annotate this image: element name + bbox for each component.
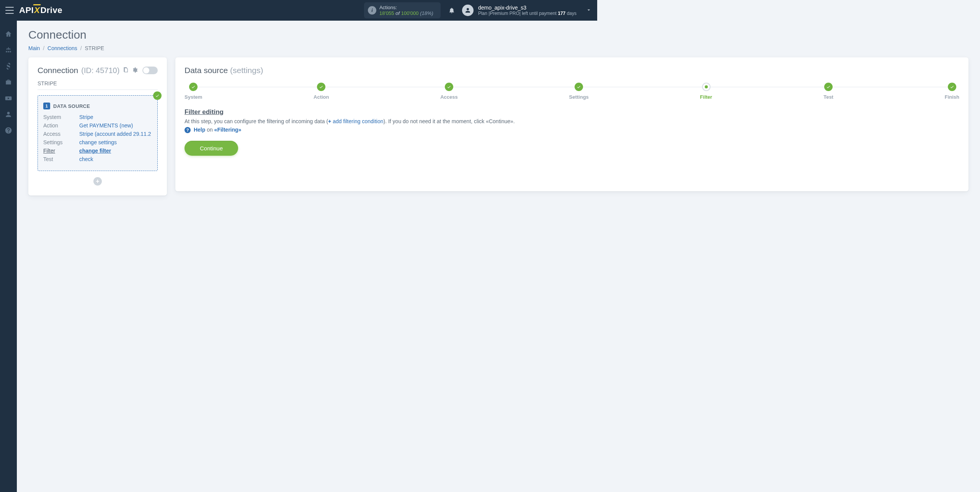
info-icon: i xyxy=(368,6,376,15)
row-label-filter: Filter xyxy=(43,148,75,154)
breadcrumb: Main / Connections / STRIPE xyxy=(28,45,597,51)
connection-title: Connection xyxy=(38,66,78,75)
copy-button[interactable] xyxy=(122,67,129,74)
row-value-settings: change settings xyxy=(79,139,152,145)
settings-button[interactable] xyxy=(132,67,138,74)
user-icon xyxy=(5,111,12,118)
plus-icon: + xyxy=(328,118,331,124)
actions-label: Actions: xyxy=(379,5,435,10)
help-topic: «Filtering» xyxy=(214,127,242,133)
question-icon xyxy=(5,127,12,134)
wizard-stepper: SystemActionAccessSettingsFilterTestFini… xyxy=(185,83,597,100)
connection-id: (ID: 45710) xyxy=(81,66,119,75)
actions-value: 18'055 of 100'000 (18%) xyxy=(379,10,435,16)
home-icon xyxy=(5,30,12,38)
row-value-filter: change filter xyxy=(79,148,152,154)
row-label-action: Action xyxy=(43,122,75,129)
notifications-button[interactable] xyxy=(444,3,459,18)
youtube-icon xyxy=(5,94,12,102)
gear-icon xyxy=(132,67,138,73)
step-label: System xyxy=(185,94,202,100)
nav-help[interactable] xyxy=(0,122,17,138)
row-value-system: Stripe xyxy=(79,114,152,120)
step-access[interactable]: Access xyxy=(440,83,458,100)
section-title: Filter editing xyxy=(185,108,597,116)
row-label-test: Test xyxy=(43,156,75,162)
connection-system: STRIPE xyxy=(38,80,158,90)
add-destination-button[interactable]: + xyxy=(93,177,102,186)
logo[interactable]: APIXDrive xyxy=(19,5,62,15)
bell-icon xyxy=(448,7,455,14)
left-nav xyxy=(0,21,17,300)
breadcrumb-connections[interactable]: Connections xyxy=(47,45,77,51)
plan-info: Plan |Premium PRO| left until payment 17… xyxy=(478,11,577,16)
add-filtering-condition-link[interactable]: add filtering condition xyxy=(333,118,383,124)
connection-summary-card: Connection (ID: 45710) STRIPE 1 DATA SOU… xyxy=(28,57,167,195)
data-source-settings-card: Data source (settings) SystemActionAcces… xyxy=(175,57,597,191)
account-menu[interactable]: demo_apix-drive_s3 Plan |Premium PRO| le… xyxy=(462,5,592,16)
breadcrumb-current: STRIPE xyxy=(85,45,105,51)
row-value-action: Get PAYMENTS (new) xyxy=(79,122,152,129)
sitemap-icon xyxy=(5,46,12,54)
help-line: ? Help on «Filtering» xyxy=(185,127,597,133)
row-label-settings: Settings xyxy=(43,139,75,145)
page-title: Connection xyxy=(28,28,597,41)
nav-connections[interactable] xyxy=(0,42,17,58)
topbar: APIXDrive i Actions: 18'055 of 100'000 (… xyxy=(0,0,597,21)
continue-button[interactable]: Continue xyxy=(185,141,238,156)
row-value-test: check xyxy=(79,156,152,162)
data-source-box: 1 DATA SOURCE System Stripe Action Get P… xyxy=(38,95,158,171)
section-description: At this step, you can configure the filt… xyxy=(185,118,597,124)
step-label: Settings xyxy=(569,94,589,100)
step-label: Action xyxy=(314,94,329,100)
check-icon xyxy=(445,83,453,91)
nav-home[interactable] xyxy=(0,26,17,42)
card-title: Data source (settings) xyxy=(185,66,597,75)
nav-profile[interactable] xyxy=(0,106,17,122)
row-label-system: System xyxy=(43,114,75,120)
nav-billing[interactable] xyxy=(0,58,17,74)
step-action[interactable]: Action xyxy=(314,83,329,100)
step-system[interactable]: System xyxy=(185,83,202,100)
status-complete-badge xyxy=(153,91,162,100)
nav-tools[interactable] xyxy=(0,74,17,90)
document-icon xyxy=(122,67,129,73)
row-value-access: Stripe (account added 29.11.2 xyxy=(79,131,152,137)
actions-counter[interactable]: i Actions: 18'055 of 100'000 (18%) xyxy=(364,2,441,18)
check-icon xyxy=(575,83,583,91)
check-icon xyxy=(155,93,160,98)
nav-video[interactable] xyxy=(0,90,17,106)
menu-toggle-button[interactable] xyxy=(5,7,14,14)
row-label-access: Access xyxy=(43,131,75,137)
username: demo_apix-drive_s3 xyxy=(478,5,577,11)
avatar-icon xyxy=(462,5,474,16)
data-source-title: 1 DATA SOURCE xyxy=(43,103,152,109)
briefcase-icon xyxy=(5,78,12,86)
help-icon: ? xyxy=(185,127,191,133)
check-icon xyxy=(189,83,198,91)
help-link[interactable]: Help xyxy=(194,127,205,133)
step-label: Access xyxy=(440,94,458,100)
main-content: Connection Main / Connections / STRIPE C… xyxy=(17,21,597,300)
step-settings[interactable]: Settings xyxy=(569,83,589,100)
check-icon xyxy=(317,83,325,91)
connection-enable-toggle[interactable] xyxy=(142,67,158,74)
chevron-down-icon xyxy=(586,7,592,14)
step-number-badge: 1 xyxy=(43,103,50,109)
dollar-icon xyxy=(5,62,12,70)
breadcrumb-main[interactable]: Main xyxy=(28,45,40,51)
